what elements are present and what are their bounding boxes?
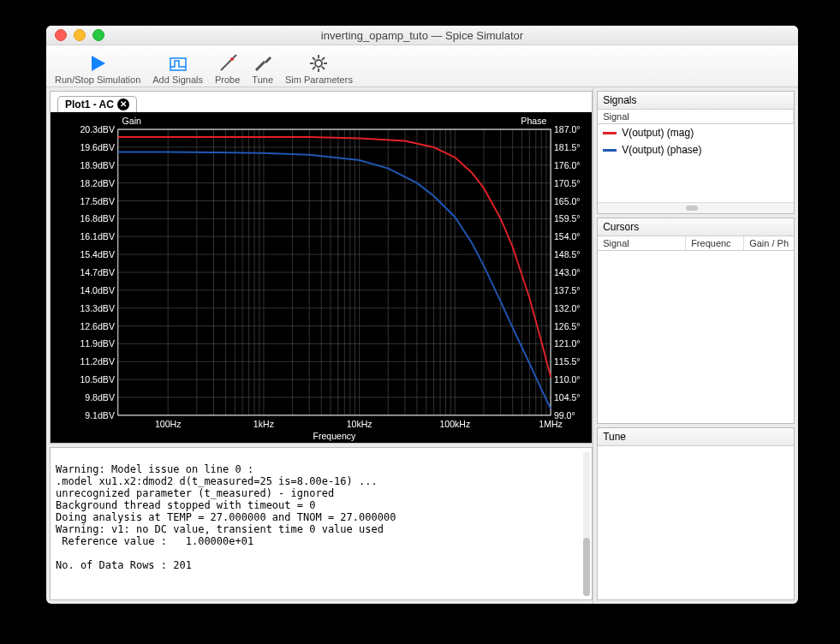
svg-text:20.3dBV: 20.3dBV: [80, 124, 115, 134]
svg-line-13: [322, 67, 325, 69]
svg-text:15.4dBV: 15.4dBV: [80, 249, 115, 259]
tune-panel-title: Tune: [598, 428, 794, 446]
svg-line-15: [322, 57, 325, 60]
svg-text:143.0°: 143.0°: [554, 267, 581, 277]
play-icon: [87, 53, 108, 74]
signal-swatch: [603, 149, 617, 152]
svg-text:137.5°: 137.5°: [554, 285, 581, 295]
tune-panel: Tune: [597, 427, 795, 600]
window-controls: [55, 29, 104, 41]
svg-text:132.0°: 132.0°: [554, 303, 581, 313]
svg-text:9.8dBV: 9.8dBV: [85, 392, 115, 402]
probe-icon: [217, 53, 238, 74]
console-scrollbar[interactable]: [583, 451, 590, 596]
plot-tab[interactable]: Plot1 - AC ✕: [57, 96, 137, 112]
svg-text:159.5°: 159.5°: [554, 213, 581, 224]
console-text: Warning: Model issue on line 0 : .model …: [56, 463, 396, 571]
signals-icon: [168, 53, 188, 74]
svg-text:11.9dBV: 11.9dBV: [80, 338, 115, 349]
svg-point-7: [315, 60, 322, 67]
tune-icon: [253, 53, 273, 74]
svg-text:16.1dBV: 16.1dBV: [80, 231, 115, 242]
app-window: inverting_opamp_tuto — Spice Simulator R…: [46, 26, 798, 604]
svg-marker-6: [265, 57, 271, 63]
console-scrollbar-thumb[interactable]: [583, 538, 590, 596]
signals-header: Signal: [598, 110, 794, 124]
svg-text:1MHz: 1MHz: [539, 419, 563, 429]
svg-text:Frequency: Frequency: [313, 431, 355, 441]
signals-col-signal[interactable]: Signal: [598, 110, 794, 123]
side-column: Signals Signal V(output) (mag)V(output) …: [593, 87, 798, 604]
svg-text:100Hz: 100Hz: [155, 419, 182, 429]
tune-label: Tune: [252, 75, 273, 85]
svg-text:10.5dBV: 10.5dBV: [80, 374, 115, 385]
svg-text:19.6dBV: 19.6dBV: [80, 142, 115, 152]
toolbar: Run/Stop Simulation Add Signals Probe Tu…: [46, 45, 798, 87]
console-output[interactable]: Warning: Model issue on line 0 : .model …: [50, 447, 593, 600]
cursors-panel-title: Cursors: [598, 218, 794, 236]
svg-text:154.0°: 154.0°: [554, 231, 581, 242]
svg-text:14.7dBV: 14.7dBV: [80, 267, 115, 277]
close-window-icon[interactable]: [55, 29, 67, 41]
svg-text:Gain: Gain: [122, 116, 141, 126]
cursors-header: Signal Frequenc Gain / Ph: [598, 236, 794, 251]
cursors-col-gain[interactable]: Gain / Ph: [744, 236, 794, 250]
plot-panel: Plot1 - AC ✕ 9.1dBV9.8dBV10.5dBV11.2dBV1…: [50, 91, 593, 444]
svg-text:165.0°: 165.0°: [554, 195, 581, 206]
signals-list: V(output) (mag)V(output) (phase): [598, 124, 794, 202]
signal-label: V(output) (phase): [622, 144, 701, 156]
svg-text:16.8dBV: 16.8dBV: [80, 213, 115, 224]
cursors-col-frequency[interactable]: Frequenc: [686, 236, 744, 250]
svg-line-4: [233, 55, 236, 58]
signal-swatch: [603, 132, 617, 134]
signals-scrollbar[interactable]: [598, 202, 794, 213]
svg-line-12: [313, 57, 315, 60]
svg-text:9.1dBV: 9.1dBV: [85, 410, 115, 420]
svg-text:14.0dBV: 14.0dBV: [80, 285, 115, 295]
signals-panel: Signals Signal V(output) (mag)V(output) …: [597, 91, 795, 214]
svg-text:170.5°: 170.5°: [554, 177, 581, 188]
svg-text:148.5°: 148.5°: [554, 249, 581, 259]
svg-text:10kHz: 10kHz: [347, 419, 373, 429]
body: Plot1 - AC ✕ 9.1dBV9.8dBV10.5dBV11.2dBV1…: [46, 87, 798, 604]
plot-canvas[interactable]: 9.1dBV9.8dBV10.5dBV11.2dBV11.9dBV12.6dBV…: [51, 112, 592, 443]
run-stop-label: Run/Stop Simulation: [55, 75, 140, 85]
sim-parameters-label: Sim Parameters: [285, 75, 353, 85]
cursors-col-signal[interactable]: Signal: [598, 236, 686, 250]
cursors-list: [598, 251, 794, 423]
svg-rect-1: [170, 58, 186, 70]
run-stop-button[interactable]: Run/Stop Simulation: [50, 53, 146, 85]
svg-marker-0: [92, 56, 105, 71]
svg-text:110.0°: 110.0°: [554, 374, 581, 385]
svg-text:181.5°: 181.5°: [554, 142, 581, 152]
svg-text:121.0°: 121.0°: [554, 338, 581, 349]
sim-parameters-button[interactable]: Sim Parameters: [280, 53, 358, 85]
signals-panel-title: Signals: [598, 92, 794, 110]
plot-tabs: Plot1 - AC ✕: [51, 92, 592, 112]
plot-tab-label: Plot1 - AC: [65, 98, 114, 110]
window-title: inverting_opamp_tuto — Spice Simulator: [46, 29, 798, 42]
svg-text:Phase: Phase: [521, 116, 546, 126]
main-column: Plot1 - AC ✕ 9.1dBV9.8dBV10.5dBV11.2dBV1…: [46, 87, 593, 604]
signal-row[interactable]: V(output) (phase): [598, 141, 794, 158]
svg-text:100kHz: 100kHz: [439, 419, 470, 429]
svg-text:12.6dBV: 12.6dBV: [80, 320, 115, 331]
signal-row[interactable]: V(output) (mag): [598, 124, 794, 141]
zoom-window-icon[interactable]: [92, 29, 104, 41]
add-signals-button[interactable]: Add Signals: [147, 53, 208, 85]
svg-text:187.0°: 187.0°: [554, 124, 581, 134]
svg-text:115.5°: 115.5°: [554, 356, 581, 367]
gear-icon: [308, 53, 329, 74]
svg-text:104.5°: 104.5°: [554, 392, 581, 402]
svg-line-14: [313, 67, 315, 69]
plot-svg: 9.1dBV9.8dBV10.5dBV11.2dBV11.9dBV12.6dBV…: [51, 112, 592, 443]
svg-text:17.5dBV: 17.5dBV: [80, 195, 115, 206]
signals-scrollbar-thumb[interactable]: [686, 206, 698, 211]
probe-button[interactable]: Probe: [210, 53, 245, 85]
minimize-window-icon[interactable]: [74, 29, 86, 41]
close-tab-icon[interactable]: ✕: [117, 98, 129, 110]
probe-label: Probe: [215, 75, 240, 85]
tune-button[interactable]: Tune: [247, 53, 278, 85]
add-signals-label: Add Signals: [152, 75, 203, 85]
svg-text:11.2dBV: 11.2dBV: [80, 356, 115, 367]
